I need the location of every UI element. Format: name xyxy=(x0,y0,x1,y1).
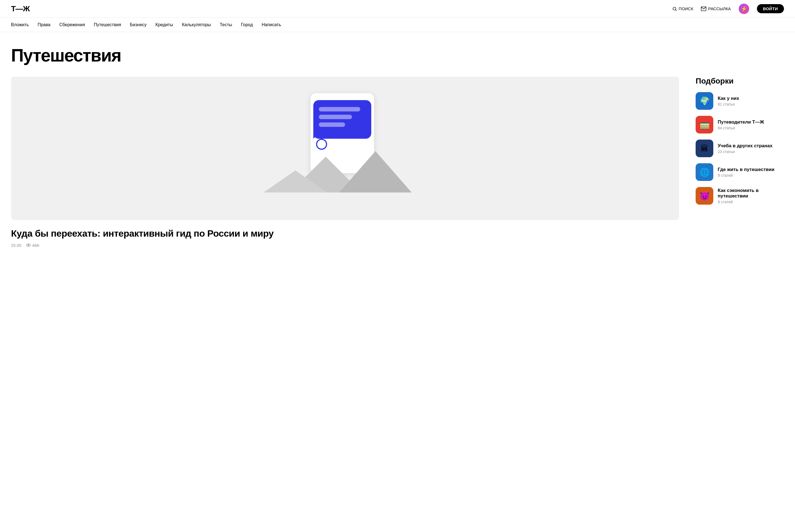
collection-info-0: Как у них 81 статья xyxy=(718,96,784,107)
newsletter-label: РАССЫЛКА xyxy=(708,6,731,11)
nav-item-invest[interactable]: Вложить xyxy=(11,22,29,27)
svg-rect-8 xyxy=(319,115,352,119)
header-actions: ПОИСК РАССЫЛКА ⚡ ВОЙТИ xyxy=(672,4,784,14)
collection-name-1: Путеводители Т—Ж xyxy=(718,119,784,125)
collection-item-4[interactable]: 😈 Как сэкономить в путешествии 9 статей xyxy=(695,187,784,205)
nav-item-calculators[interactable]: Калькуляторы xyxy=(182,22,211,27)
collection-count-3: 9 статей xyxy=(718,173,784,177)
collection-icon-1: 🚃 xyxy=(695,116,713,133)
article-date: 25.05 xyxy=(11,243,21,248)
collection-icon-3: 🌐 xyxy=(695,163,713,181)
collections-title: Подборки xyxy=(695,77,784,86)
nav-item-credits[interactable]: Кредиты xyxy=(156,22,173,27)
collection-item-0[interactable]: 🌍 Как у них 81 статья xyxy=(695,92,784,110)
collection-name-3: Где жить в путешествии xyxy=(718,167,784,172)
collection-item-3[interactable]: 🌐 Где жить в путешествии 9 статей xyxy=(695,163,784,181)
svg-rect-5 xyxy=(313,100,371,139)
collection-count-1: 84 статьи xyxy=(718,126,784,130)
article-views: 46K xyxy=(26,243,40,248)
collection-count-4: 9 статей xyxy=(718,200,784,204)
collection-info-3: Где жить в путешествии 9 статей xyxy=(718,167,784,177)
svg-line-1 xyxy=(675,10,676,11)
collection-count-2: 23 статьи xyxy=(718,150,784,154)
svg-point-16 xyxy=(28,245,29,246)
left-column: Куда бы переехать: интерактивный гид по … xyxy=(11,77,679,248)
collection-name-0: Как у них xyxy=(718,96,784,101)
lightning-button[interactable]: ⚡ xyxy=(739,4,749,14)
content-layout: Куда бы переехать: интерактивный гид по … xyxy=(11,77,784,248)
views-icon xyxy=(26,243,31,247)
collection-icon-4: 😈 xyxy=(695,187,713,205)
site-header: Т—Ж ПОИСК РАССЫЛКА ⚡ ВОЙТИ xyxy=(0,0,795,18)
search-icon xyxy=(672,6,677,11)
collection-icon-2: 🏛 xyxy=(695,139,713,157)
main-content: Путешествия xyxy=(0,32,795,264)
nav-item-write[interactable]: Написать xyxy=(262,22,281,27)
collection-name-2: Учеба в других странах xyxy=(718,143,784,149)
nav-item-savings[interactable]: Сбережения xyxy=(59,22,85,27)
page-title: Путешествия xyxy=(11,45,784,65)
svg-point-11 xyxy=(332,149,339,156)
article-meta: 25.05 46K xyxy=(11,243,679,248)
collection-info-1: Путеводители Т—Ж 84 статьи xyxy=(718,119,784,130)
nav-item-travel[interactable]: Путешествия xyxy=(94,22,121,27)
collection-count-0: 81 статья xyxy=(718,102,784,107)
nav-item-rights[interactable]: Права xyxy=(38,22,51,27)
main-nav: Вложить Права Сбережения Путешествия Биз… xyxy=(0,18,795,32)
collection-icon-0: 🌍 xyxy=(695,92,713,110)
svg-rect-15 xyxy=(259,192,431,212)
collection-name-4: Как сэкономить в путешествии xyxy=(718,188,784,199)
collection-info-2: Учеба в других странах 23 статьи xyxy=(718,143,784,154)
email-icon xyxy=(701,7,706,11)
svg-rect-9 xyxy=(319,122,345,127)
nav-item-tests[interactable]: Тесты xyxy=(220,22,232,27)
collection-info-4: Как сэкономить в путешествии 9 статей xyxy=(718,188,784,204)
collection-item-1[interactable]: 🚃 Путеводители Т—Ж 84 статьи xyxy=(695,116,784,133)
site-logo[interactable]: Т—Ж xyxy=(11,4,30,13)
collection-item-2[interactable]: 🏛 Учеба в других странах 23 статьи xyxy=(695,139,784,157)
right-column: Подборки 🌍 Как у них 81 статья 🚃 Путевод… xyxy=(695,77,784,211)
search-label: ПОИСК xyxy=(679,6,693,11)
nav-item-city[interactable]: Город xyxy=(241,22,253,27)
hero-image[interactable] xyxy=(11,77,679,220)
login-button[interactable]: ВОЙТИ xyxy=(757,4,784,13)
hero-illustration xyxy=(259,85,431,212)
search-link[interactable]: ПОИСК xyxy=(672,6,693,11)
newsletter-link[interactable]: РАССЫЛКА xyxy=(701,6,731,11)
svg-rect-7 xyxy=(319,107,360,111)
lightning-icon: ⚡ xyxy=(741,6,747,12)
nav-item-business[interactable]: Бизнесу xyxy=(130,22,147,27)
views-count: 46K xyxy=(32,243,40,248)
article-title[interactable]: Куда бы переехать: интерактивный гид по … xyxy=(11,228,679,239)
